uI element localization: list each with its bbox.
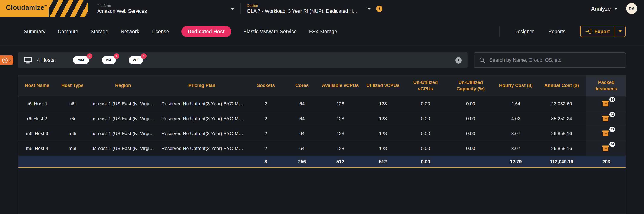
total-utilized-vcpus: 512 — [362, 156, 404, 167]
avatar[interactable]: DA — [626, 3, 637, 14]
reports-link[interactable]: Reports — [548, 29, 566, 34]
search-icon — [479, 57, 486, 63]
chevron-down-icon — [368, 8, 371, 10]
export-button[interactable]: Export — [580, 26, 626, 37]
cell-annual-cost: 26,858.16 — [537, 141, 586, 156]
chevron-down-icon — [231, 8, 234, 10]
platform-value: Amazon Web Services — [97, 8, 227, 14]
export-icon — [585, 29, 592, 34]
cell-available-vcpus: 128 — [319, 126, 362, 141]
col-header-unutilized-vcpus[interactable]: Un-Utilized vCPUs — [404, 75, 447, 96]
col-header-available-vcpus[interactable]: Available vCPUs — [319, 75, 362, 96]
host-pill-c6i[interactable]: c6i 1 — [128, 56, 143, 64]
cell-sockets: 2 — [246, 126, 285, 141]
cell-unutilized-capacity: 0.00 — [447, 141, 494, 156]
host-pill-m6i[interactable]: m6i 2 — [73, 56, 89, 64]
cell-available-vcpus: 128 — [319, 96, 362, 111]
cell-host-name: c6i Host 1 — [18, 96, 56, 111]
design-info-icon[interactable]: i — [376, 5, 383, 12]
cell-annual-cost: 35,250.24 — [537, 111, 586, 126]
export-dropdown-toggle[interactable] — [614, 26, 625, 37]
chevron-down-icon — [618, 30, 622, 32]
cell-cores: 64 — [285, 141, 319, 156]
chevron-right-icon: › — [9, 57, 11, 63]
analyze-menu[interactable]: Analyze — [591, 5, 618, 12]
cell-host-type: m6i — [56, 141, 89, 156]
hosts-info-icon[interactable]: i — [455, 57, 462, 63]
cell-utilized-vcpus: 128 — [362, 111, 404, 126]
col-header-sockets[interactable]: Sockets — [246, 75, 285, 96]
export-button-main[interactable]: Export — [580, 26, 614, 37]
cell-packed-instances[interactable]: 54 — [586, 96, 626, 111]
design-label: Design — [247, 4, 364, 8]
tab-license[interactable]: License — [152, 26, 169, 37]
table-header-row: Host Name Host Type Region Pricing Plan … — [18, 75, 626, 96]
col-header-annual-cost[interactable]: Annual Cost ($) — [537, 75, 586, 96]
col-header-hourly-cost[interactable]: Hourly Cost ($) — [494, 75, 537, 96]
logo-text: Cloudamize — [6, 4, 44, 11]
table-row[interactable]: m6i Host 3 m6i us-east-1 (US East (N. Vi… — [18, 126, 626, 141]
tab-storage[interactable]: Storage — [90, 26, 108, 37]
table-row[interactable]: c6i Host 1 c6i us-east-1 (US East (N. Vi… — [18, 96, 626, 111]
total-unutilized-vcpus: 0.00 — [404, 156, 447, 167]
total-sockets: 8 — [246, 156, 285, 167]
search-box[interactable] — [474, 52, 626, 68]
tab-fsx-storage[interactable]: FSx Storage — [309, 26, 337, 37]
nav-divider — [500, 26, 500, 37]
logo: Cloudamize ™ — [0, 0, 49, 17]
design-select-text: Design OLA 7 - Workload, 3 Year RI (NUP)… — [247, 4, 364, 14]
cell-region: us-east-1 (US East (N. Virginia)) — [89, 126, 157, 141]
packed-count-badge: 43 — [610, 127, 615, 132]
cell-packed-instances[interactable]: 42 — [586, 111, 626, 126]
host-pill-r6i[interactable]: r6i 1 — [102, 56, 116, 64]
topbar-divider — [240, 4, 241, 14]
cell-packed-instances[interactable]: 64 — [586, 141, 626, 156]
cell-cores: 64 — [285, 111, 319, 126]
table-row[interactable]: r6i Host 2 r6i us-east-1 (US East (N. Vi… — [18, 111, 626, 126]
total-host-name — [18, 156, 56, 167]
analyze-label: Analyze — [591, 5, 611, 12]
tab-elastic-vmware-service[interactable]: Elastic VMware Service — [244, 26, 297, 37]
chevron-down-icon — [614, 8, 618, 10]
total-available-vcpus: 512 — [319, 156, 362, 167]
packed-count-badge: 54 — [610, 97, 615, 102]
cell-host-name: m6i Host 3 — [18, 126, 56, 141]
search-input[interactable] — [490, 58, 620, 63]
col-header-region[interactable]: Region — [89, 75, 157, 96]
col-header-cores[interactable]: Cores — [285, 75, 319, 96]
col-header-host-name[interactable]: Host Name — [18, 75, 56, 96]
cell-pricing-plan: Reserved No Upfront(3-Year) BYO MSFT... — [157, 126, 246, 141]
tab-summary[interactable]: Summary — [24, 26, 45, 37]
host-pill-count-badge: 2 — [87, 53, 92, 59]
hosts-count-label: 4 Hosts: — [37, 57, 56, 63]
cell-unutilized-vcpus: 0.00 — [404, 111, 447, 126]
platform-select-text: Platform Amazon Web Services — [97, 4, 227, 14]
tab-compute[interactable]: Compute — [58, 26, 78, 37]
tab-dedicated-host[interactable]: Dedicated Host — [182, 26, 231, 37]
packed-count-badge: 42 — [610, 112, 615, 117]
col-header-packed-instances[interactable]: Packed Instances — [586, 75, 626, 96]
col-header-host-type[interactable]: Host Type — [56, 75, 89, 96]
cell-unutilized-vcpus: 0.00 — [404, 96, 447, 111]
tab-network[interactable]: Network — [121, 26, 139, 37]
design-select[interactable]: Design OLA 7 - Workload, 3 Year RI (NUP)… — [247, 4, 371, 14]
col-header-utilized-vcpus[interactable]: Utilized vCPUs — [362, 75, 404, 96]
designer-link[interactable]: Designer — [514, 29, 534, 34]
cell-utilized-vcpus: 128 — [362, 141, 404, 156]
col-header-unutilized-capacity[interactable]: Un-Utilized Capacity (%) — [447, 75, 494, 96]
total-cores: 256 — [285, 156, 319, 167]
nav-right: Designer Reports Export — [500, 26, 644, 37]
totals-row: 8 256 512 512 0.00 12.79 112,049.16 203 — [18, 156, 626, 167]
cell-available-vcpus: 128 — [319, 141, 362, 156]
export-label: Export — [594, 29, 610, 34]
table-row[interactable]: m6i Host 4 m6i us-east-1 (US East (N. Vi… — [18, 141, 626, 156]
cell-pricing-plan: Reserved No Upfront(3-Year) BYO MSFT... — [157, 111, 246, 126]
col-header-pricing-plan[interactable]: Pricing Plan — [157, 75, 246, 96]
hosts-icon — [24, 57, 33, 64]
cell-packed-instances[interactable]: 43 — [586, 126, 626, 141]
platform-select[interactable]: Platform Amazon Web Services — [97, 4, 234, 14]
cell-utilized-vcpus: 128 — [362, 96, 404, 111]
cost-panel-toggle[interactable]: $ › — [0, 55, 13, 65]
cell-host-type: c6i — [56, 96, 89, 111]
cell-unutilized-capacity: 0.00 — [447, 96, 494, 111]
